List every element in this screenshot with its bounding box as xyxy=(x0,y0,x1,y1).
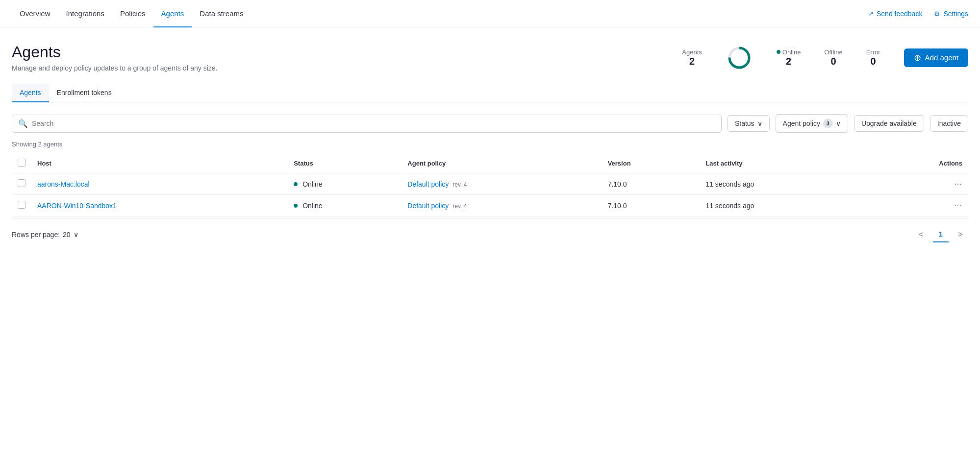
row-2-actions-col: ··· xyxy=(869,195,968,216)
agents-stat-label: Agents xyxy=(682,48,702,56)
rows-per-page-chevron-icon: ∨ xyxy=(74,231,78,239)
row-1-host-link[interactable]: aarons-Mac.local xyxy=(37,180,90,188)
send-feedback-link[interactable]: ↗ Send feedback xyxy=(868,10,922,18)
page-title: Agents xyxy=(12,43,218,61)
external-link-icon: ↗ xyxy=(868,10,874,17)
row-1-version: 7.10.0 xyxy=(602,173,700,195)
plus-icon: ⊕ xyxy=(914,53,921,62)
row-2-last-activity: 11 seconds ago xyxy=(700,195,869,216)
header-agent-policy: Agent policy xyxy=(402,154,602,173)
agents-stat-value: 2 xyxy=(689,56,695,67)
row-2-version: 7.10.0 xyxy=(602,195,700,216)
header-checkbox-col xyxy=(12,154,31,173)
prev-page-button[interactable]: < xyxy=(913,227,929,242)
row-2-checkbox[interactable] xyxy=(18,201,25,209)
next-page-button[interactable]: > xyxy=(953,227,968,242)
row-1-checkbox[interactable] xyxy=(18,179,25,187)
status-filter-button[interactable]: Status ∨ xyxy=(728,115,770,132)
online-stat: Online 2 xyxy=(777,48,801,67)
send-feedback-label: Send feedback xyxy=(877,10,922,18)
error-stat-value: 0 xyxy=(871,56,876,67)
page-controls: < 1 > xyxy=(913,227,968,242)
row-2-status-dot xyxy=(294,204,298,208)
row-1-status-dot xyxy=(294,182,298,186)
showing-text: Showing 2 agents xyxy=(12,141,968,148)
error-stat-label: Error xyxy=(866,48,880,56)
next-icon: > xyxy=(958,230,962,239)
rows-per-page-label: Rows per page: xyxy=(12,231,60,239)
row-1-policy-link[interactable]: Default policy xyxy=(407,180,449,188)
nav-tab-overview[interactable]: Overview xyxy=(12,0,58,27)
row-2-host: AARON-Win10-Sandbox1 xyxy=(31,195,288,216)
chevron-down-icon: ∨ xyxy=(757,119,762,127)
row-1-status-text: Online xyxy=(302,180,322,188)
nav-right: ↗ Send feedback ⚙ Settings xyxy=(868,10,968,18)
offline-stat: Offline 0 xyxy=(824,48,842,67)
settings-link[interactable]: ⚙ Settings xyxy=(934,10,968,18)
header-version: Version xyxy=(602,154,700,173)
row-2-policy-rev: rev. 4 xyxy=(452,203,467,210)
agent-policy-filter-label: Agent policy xyxy=(783,119,820,127)
row-checkbox-col-1 xyxy=(12,173,31,195)
nav-tabs: Overview Integrations Policies Agents Da… xyxy=(12,0,868,27)
row-1-host: aarons-Mac.local xyxy=(31,173,288,195)
error-stat: Error 0 xyxy=(866,48,880,67)
table-header: Host Status Agent policy Version Last ac… xyxy=(12,154,968,173)
status-filter-label: Status xyxy=(735,119,754,127)
stats-row: Agents 2 Online 2 Offline xyxy=(682,44,968,72)
prev-icon: < xyxy=(919,230,923,239)
rows-per-page[interactable]: Rows per page: 20 ∨ xyxy=(12,231,78,239)
sub-tabs: Agents Enrollment tokens xyxy=(12,84,968,102)
row-1-actions-button[interactable]: ··· xyxy=(955,180,962,188)
filters-row: 🔍 Status ∨ Agent policy 3 ∨ Upgrade avai… xyxy=(12,114,968,133)
row-2-status-text: Online xyxy=(302,202,322,210)
add-agent-label: Add agent xyxy=(925,53,958,62)
row-2-host-link[interactable]: AARON-Win10-Sandbox1 xyxy=(37,202,117,210)
table-body: aarons-Mac.local Online Default policy r… xyxy=(12,173,968,216)
pagination-row: Rows per page: 20 ∨ < 1 > xyxy=(12,218,968,250)
sub-tab-agents[interactable]: Agents xyxy=(12,84,49,102)
nav-tab-agents[interactable]: Agents xyxy=(153,0,192,27)
select-all-checkbox[interactable] xyxy=(18,159,25,167)
settings-label: Settings xyxy=(943,10,968,18)
search-input[interactable] xyxy=(32,119,715,127)
header-last-activity: Last activity xyxy=(700,154,869,173)
table-row: aarons-Mac.local Online Default policy r… xyxy=(12,173,968,195)
gear-icon: ⚙ xyxy=(934,10,940,18)
agents-table: Host Status Agent policy Version Last ac… xyxy=(12,154,968,216)
top-nav: Overview Integrations Policies Agents Da… xyxy=(0,0,980,27)
sub-tab-enrollment-tokens[interactable]: Enrollment tokens xyxy=(49,84,120,102)
donut-svg xyxy=(726,44,753,72)
upgrade-available-filter-button[interactable]: Upgrade available xyxy=(854,115,924,132)
offline-stat-label: Offline xyxy=(824,48,842,56)
row-1-last-activity: 11 seconds ago xyxy=(700,173,869,195)
nav-tab-policies[interactable]: Policies xyxy=(112,0,153,27)
row-1-status: Online xyxy=(288,173,402,195)
row-1-actions-col: ··· xyxy=(869,173,968,195)
row-1-policy: Default policy rev. 4 xyxy=(402,173,602,195)
agents-stat: Agents 2 xyxy=(682,48,702,67)
offline-stat-value: 0 xyxy=(830,56,836,67)
search-icon: 🔍 xyxy=(18,119,28,128)
header-status: Status xyxy=(288,154,402,173)
row-2-actions-button[interactable]: ··· xyxy=(955,201,962,210)
row-2-policy: Default policy rev. 4 xyxy=(402,195,602,216)
row-checkbox-col-2 xyxy=(12,195,31,216)
row-1-policy-rev: rev. 4 xyxy=(452,181,467,188)
online-stat-label: Online xyxy=(777,48,801,56)
current-page-number[interactable]: 1 xyxy=(933,227,949,242)
row-2-policy-link[interactable]: Default policy xyxy=(407,202,449,210)
add-agent-button[interactable]: ⊕ Add agent xyxy=(904,48,968,67)
nav-tab-integrations[interactable]: Integrations xyxy=(58,0,112,27)
agent-policy-badge: 3 xyxy=(823,119,833,128)
agent-policy-filter-button[interactable]: Agent policy 3 ∨ xyxy=(776,114,848,133)
row-2-status: Online xyxy=(288,195,402,216)
header-actions: Actions xyxy=(869,154,968,173)
header-row: Agents Manage and deploy policy updates … xyxy=(12,43,968,72)
nav-tab-data-streams[interactable]: Data streams xyxy=(192,0,251,27)
search-box: 🔍 xyxy=(12,115,722,133)
online-stat-value: 2 xyxy=(786,56,791,67)
inactive-filter-button[interactable]: Inactive xyxy=(930,115,968,132)
table-row: AARON-Win10-Sandbox1 Online Default poli… xyxy=(12,195,968,216)
page-content: Agents Manage and deploy policy updates … xyxy=(0,27,980,262)
